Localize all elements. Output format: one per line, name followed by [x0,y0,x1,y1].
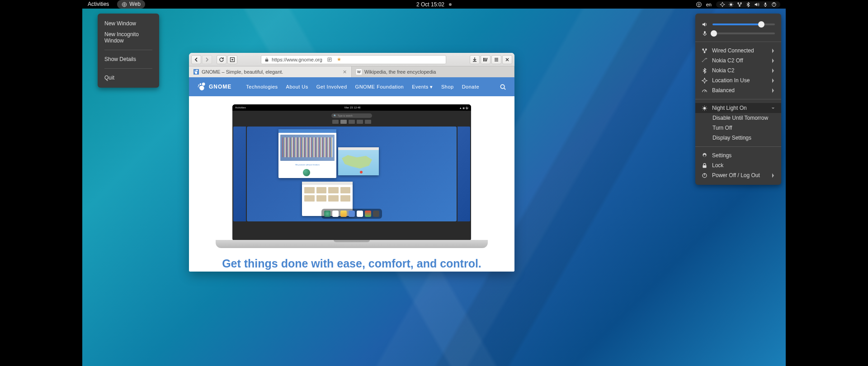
app-menu-label: Web [129,0,140,8]
shell-clock: Mar 23 12:48 [344,106,360,109]
app-menu-button[interactable]: Web [117,0,145,9]
wired-network-item[interactable]: Wired Connected [695,46,781,56]
location-icon [702,78,708,84]
location-label: Location In Use [712,77,767,84]
app-menu-popup: New Window New Incognito Window Show Det… [98,14,159,88]
menu-separator [695,99,781,99]
poweroff-item[interactable]: Power Off / Log Out [695,170,781,180]
wifi-item[interactable]: Nokia C2 Off [695,56,781,66]
nightlight-off-item[interactable]: Turn Off [695,123,781,133]
lock-icon [264,57,269,62]
nav-about[interactable]: About Us [286,84,308,90]
reader-mode-icon[interactable] [327,57,332,62]
keyboard-layout-indicator[interactable]: en [706,2,712,7]
menu-item-new-window[interactable]: New Window [98,18,159,29]
chevron-right-icon [771,58,775,64]
hamburger-button[interactable] [491,55,501,64]
mic-icon [763,2,768,7]
laptop-screen: Activities Mar 23 12:48 ▲ ◉ ⏻ 🔍Type to s… [232,104,471,241]
tab-gnome[interactable]: GNOME – Simple, beautiful, elegant. ✕ [189,66,352,77]
tab-title: Wikipedia, the free encyclopedia [364,69,436,75]
settings-item[interactable]: Settings [695,150,781,160]
menu-item-quit[interactable]: Quit [98,72,159,83]
laptop-base [216,240,488,248]
svg-point-31 [198,86,199,87]
nav-foundation[interactable]: GNOME Foundation [355,84,404,90]
nav-shop[interactable]: Shop [441,84,454,90]
header-bar: https://www.gnome.org ★ [189,53,514,66]
chevron-down-icon: ▾ [430,84,433,89]
downloads-button[interactable] [470,55,480,64]
menu-separator [695,146,781,147]
close-button[interactable] [502,55,512,64]
bookmark-star-icon[interactable]: ★ [337,56,341,62]
reload-button[interactable] [217,55,226,64]
wifi-label: Nokia C2 Off [712,57,767,64]
gnome-logo[interactable]: GNOME [197,82,231,91]
nav-events[interactable]: Events ▾ [412,84,433,90]
gnome-nav: GNOME Technologies About Us Get Involved… [189,77,514,96]
nav-donate[interactable]: Donate [462,84,479,90]
power-profile-label: Balanced [712,87,767,94]
search-icon[interactable] [500,84,506,90]
nav-involved[interactable]: Get Involved [316,84,347,90]
chevron-right-icon [204,57,210,62]
tab-close-icon[interactable]: ✕ [343,69,347,75]
nightlight-display-item[interactable]: Display Settings [695,133,781,143]
bookmarks-button[interactable] [481,55,491,64]
close-icon [505,57,510,62]
overview-window-maps [338,147,379,175]
location-icon [720,2,725,7]
clock-area[interactable]: 2 Oct 15:02 [416,1,452,8]
nightlight-item[interactable]: Night Light On [695,103,781,113]
mic-slider[interactable] [712,33,775,34]
power-profile-item[interactable]: Balanced [695,85,781,95]
shell-activities: Activities [235,106,246,109]
url-bar[interactable]: https://www.gnome.org ★ [261,55,446,64]
wired-label: Wired Connected [712,47,767,54]
menu-item-show-details[interactable]: Show Details [98,54,159,65]
svg-point-2 [698,3,699,4]
location-item[interactable]: Location In Use [695,75,781,85]
svg-point-23 [196,70,198,71]
volume-icon [754,2,760,7]
bluetooth-item[interactable]: Nokia C2 [695,66,781,75]
system-menu-button[interactable] [716,1,780,8]
notification-dot-icon [449,3,452,6]
tab-wikipedia[interactable]: W Wikipedia, the free encyclopedia [352,66,514,77]
lock-item[interactable]: Lock [695,160,781,170]
volume-icon [702,21,708,28]
accessibility-icon[interactable] [696,2,702,7]
nightlight-icon [728,2,734,7]
wikipedia-favicon-icon: W [356,69,362,75]
wifi-icon [702,58,708,64]
gnome-shell-topbar: Activities Mar 23 12:48 ▲ ◉ ⏻ [232,104,471,111]
svg-rect-11 [705,48,707,50]
svg-rect-7 [765,2,766,5]
svg-rect-19 [483,58,484,61]
web-icon [122,2,127,7]
nightlight-icon [702,105,708,111]
shell-window-caption: We promote software freedom [278,163,336,167]
new-tab-button[interactable] [227,55,237,64]
back-button[interactable] [191,55,201,64]
browser-page: GNOME Technologies About Us Get Involved… [189,77,514,272]
power-icon [702,173,708,178]
poweroff-label: Power Off / Log Out [712,172,767,178]
nightlight-disable-item[interactable]: Disable Until Tomorrow [695,113,781,123]
reload-icon [219,57,224,62]
mic-icon [702,30,708,37]
volume-slider[interactable] [712,23,775,25]
nav-technologies[interactable]: Technologies [246,84,278,90]
system-menu-popup: Wired Connected Nokia C2 Off Nokia C2 Lo… [695,14,781,185]
menu-item-new-incognito[interactable]: New Incognito Window [98,29,159,46]
svg-rect-21 [486,57,488,61]
overview-area: We promote software freedom [247,127,457,221]
svg-rect-9 [704,31,706,34]
forward-button[interactable] [202,55,212,64]
tab-title: GNOME – Simple, beautiful, elegant. [202,69,283,75]
svg-rect-4 [738,2,739,4]
hero-tagline: Get things done with ease, comfort, and … [189,257,514,270]
chevron-right-icon [771,48,775,54]
activities-button[interactable]: Activities [82,0,114,9]
